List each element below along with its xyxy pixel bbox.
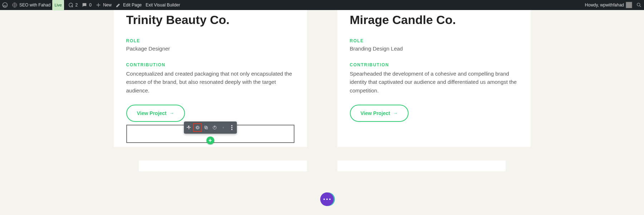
duplicate-button[interactable]	[202, 123, 210, 132]
avatar	[626, 2, 632, 8]
portfolio-row: Trinity Beauty Co. ROLE Package Designer…	[0, 10, 644, 147]
new-label: New	[103, 0, 112, 10]
settings-button[interactable]	[193, 123, 202, 132]
view-project-label: View Project	[137, 110, 167, 116]
move-button[interactable]	[185, 123, 193, 132]
refresh-icon	[68, 2, 74, 8]
dots-icon	[323, 199, 331, 200]
svg-point-6	[231, 125, 233, 126]
divi-page-settings-fab[interactable]	[320, 192, 334, 206]
portfolio-row-2	[0, 161, 644, 171]
add-module-button[interactable]: +	[206, 137, 214, 144]
comments-link[interactable]: 0	[82, 0, 92, 10]
svg-point-7	[231, 127, 233, 128]
save-library-button[interactable]	[210, 123, 219, 132]
svg-rect-4	[205, 127, 208, 129]
comment-icon	[82, 2, 87, 8]
role-heading: ROLE	[350, 38, 518, 43]
portfolio-card	[337, 161, 506, 171]
portfolio-card-mirage: Mirage Candle Co. ROLE Branding Design L…	[337, 10, 531, 147]
contribution-heading: CONTRIBUTION	[350, 62, 518, 67]
role-heading: ROLE	[126, 38, 294, 43]
wp-admin-bar: SEO with Fahad Live 2 0 New Edit Page Ex…	[0, 0, 644, 10]
exit-visual-builder-link[interactable]: Exit Visual Builder	[146, 0, 180, 10]
live-badge: Live	[52, 0, 64, 10]
contribution-heading: CONTRIBUTION	[126, 62, 294, 67]
howdy-label: Howdy, wpwithfahad	[585, 0, 624, 10]
svg-rect-3	[204, 126, 206, 128]
new-content-link[interactable]: New	[96, 0, 112, 10]
updates-count: 2	[75, 0, 78, 10]
role-value: Package Designer	[126, 46, 294, 52]
globe-icon	[12, 2, 18, 8]
portfolio-card-trinity: Trinity Beauty Co. ROLE Package Designer…	[114, 10, 307, 147]
comments-count: 0	[89, 0, 92, 10]
pencil-icon	[116, 2, 121, 8]
view-project-label: View Project	[361, 110, 390, 116]
portfolio-card	[139, 161, 307, 171]
svg-point-8	[231, 129, 233, 130]
edit-page-link[interactable]: Edit Page	[116, 0, 142, 10]
updates-link[interactable]: 2	[68, 0, 78, 10]
arrow-right-icon: →	[393, 110, 398, 116]
more-button[interactable]	[228, 123, 236, 132]
site-name-link[interactable]: SEO with Fahad Live	[12, 0, 64, 10]
exit-vb-label: Exit Visual Builder	[146, 0, 180, 10]
edit-page-label: Edit Page	[123, 0, 142, 10]
page-content: Trinity Beauty Co. ROLE Package Designer…	[0, 10, 644, 215]
view-project-button[interactable]: View Project →	[126, 105, 185, 122]
delete-button[interactable]	[219, 123, 228, 132]
howdy-link[interactable]: Howdy, wpwithfahad	[585, 0, 632, 10]
search-icon[interactable]	[636, 2, 642, 8]
site-name-label: SEO with Fahad	[19, 0, 50, 10]
plus-icon	[96, 2, 101, 8]
arrow-right-icon: →	[170, 110, 174, 116]
contribution-text: Spearheaded the development of a cohesiv…	[350, 70, 518, 95]
wp-logo-icon[interactable]	[2, 2, 8, 8]
card-title: Mirage Candle Co.	[350, 13, 518, 27]
role-value: Branding Design Lead	[350, 46, 518, 52]
contribution-text: Conceptualized and created packaging tha…	[126, 70, 294, 95]
module-toolbar	[184, 121, 237, 134]
card-title: Trinity Beauty Co.	[126, 13, 294, 27]
view-project-button[interactable]: View Project →	[350, 105, 409, 122]
svg-point-2	[637, 3, 640, 6]
